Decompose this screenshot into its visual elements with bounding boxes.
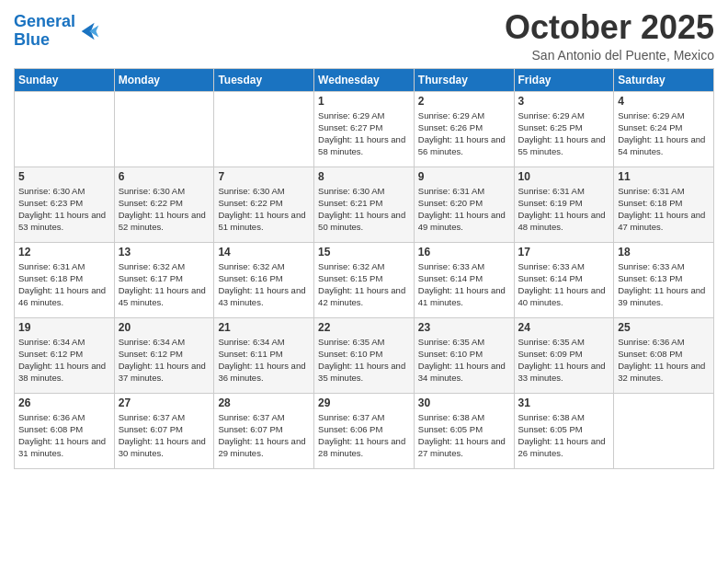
weekday-header-saturday: Saturday bbox=[614, 68, 714, 91]
title-block: October 2025 San Antonio del Puente, Mex… bbox=[505, 9, 714, 63]
calendar-day-3: 3Sunrise: 6:29 AM Sunset: 6:25 PM Daylig… bbox=[514, 91, 614, 167]
calendar-day-27: 27Sunrise: 6:37 AM Sunset: 6:07 PM Dayli… bbox=[114, 393, 214, 468]
day-info: Sunrise: 6:37 AM Sunset: 6:06 PM Dayligh… bbox=[318, 411, 410, 460]
day-number: 26 bbox=[18, 396, 110, 409]
weekday-header-tuesday: Tuesday bbox=[214, 68, 314, 91]
day-info: Sunrise: 6:35 AM Sunset: 6:09 PM Dayligh… bbox=[518, 336, 610, 385]
day-info: Sunrise: 6:35 AM Sunset: 6:10 PM Dayligh… bbox=[418, 336, 510, 385]
day-number: 15 bbox=[318, 246, 410, 259]
calendar-day-22: 22Sunrise: 6:35 AM Sunset: 6:10 PM Dayli… bbox=[314, 317, 415, 393]
page-header: General Blue October 2025 San Antonio de… bbox=[14, 9, 714, 63]
day-number: 8 bbox=[318, 170, 410, 183]
calendar-day-18: 18Sunrise: 6:33 AM Sunset: 6:13 PM Dayli… bbox=[614, 242, 714, 317]
logo-line2: Blue bbox=[14, 30, 50, 49]
day-info: Sunrise: 6:32 AM Sunset: 6:15 PM Dayligh… bbox=[318, 260, 410, 309]
day-info: Sunrise: 6:32 AM Sunset: 6:17 PM Dayligh… bbox=[119, 260, 210, 309]
calendar-week-row: 26Sunrise: 6:36 AM Sunset: 6:08 PM Dayli… bbox=[15, 393, 714, 468]
day-number: 6 bbox=[119, 170, 210, 183]
calendar-header-row: SundayMondayTuesdayWednesdayThursdayFrid… bbox=[15, 68, 714, 91]
day-info: Sunrise: 6:32 AM Sunset: 6:16 PM Dayligh… bbox=[218, 260, 310, 309]
calendar-week-row: 5Sunrise: 6:30 AM Sunset: 6:23 PM Daylig… bbox=[15, 167, 714, 242]
day-number: 19 bbox=[18, 321, 110, 334]
calendar-day-15: 15Sunrise: 6:32 AM Sunset: 6:15 PM Dayli… bbox=[314, 242, 415, 317]
day-info: Sunrise: 6:30 AM Sunset: 6:23 PM Dayligh… bbox=[18, 185, 110, 234]
day-number: 23 bbox=[418, 321, 510, 334]
day-number: 16 bbox=[418, 246, 510, 259]
day-info: Sunrise: 6:33 AM Sunset: 6:14 PM Dayligh… bbox=[518, 260, 610, 309]
calendar-day-23: 23Sunrise: 6:35 AM Sunset: 6:10 PM Dayli… bbox=[414, 317, 514, 393]
calendar-day-1: 1Sunrise: 6:29 AM Sunset: 6:27 PM Daylig… bbox=[314, 91, 415, 167]
day-info: Sunrise: 6:29 AM Sunset: 6:27 PM Dayligh… bbox=[318, 109, 410, 158]
page: General Blue October 2025 San Antonio de… bbox=[0, 0, 728, 563]
calendar-day-26: 26Sunrise: 6:36 AM Sunset: 6:08 PM Dayli… bbox=[15, 393, 115, 468]
day-number: 25 bbox=[618, 321, 710, 334]
calendar-day-7: 7Sunrise: 6:30 AM Sunset: 6:22 PM Daylig… bbox=[214, 167, 314, 242]
calendar-empty-cell bbox=[114, 91, 214, 167]
calendar-day-29: 29Sunrise: 6:37 AM Sunset: 6:06 PM Dayli… bbox=[314, 393, 415, 468]
day-number: 18 bbox=[618, 246, 710, 259]
day-info: Sunrise: 6:36 AM Sunset: 6:08 PM Dayligh… bbox=[18, 411, 110, 460]
day-number: 29 bbox=[318, 396, 410, 409]
calendar-week-row: 1Sunrise: 6:29 AM Sunset: 6:27 PM Daylig… bbox=[15, 91, 714, 167]
day-number: 12 bbox=[18, 246, 110, 259]
calendar-day-5: 5Sunrise: 6:30 AM Sunset: 6:23 PM Daylig… bbox=[15, 167, 115, 242]
calendar-day-19: 19Sunrise: 6:34 AM Sunset: 6:12 PM Dayli… bbox=[15, 317, 115, 393]
day-info: Sunrise: 6:34 AM Sunset: 6:12 PM Dayligh… bbox=[18, 336, 110, 385]
calendar-day-9: 9Sunrise: 6:31 AM Sunset: 6:20 PM Daylig… bbox=[414, 167, 514, 242]
calendar-day-2: 2Sunrise: 6:29 AM Sunset: 6:26 PM Daylig… bbox=[414, 91, 514, 167]
day-info: Sunrise: 6:38 AM Sunset: 6:05 PM Dayligh… bbox=[418, 411, 510, 460]
day-number: 21 bbox=[218, 321, 310, 334]
day-number: 10 bbox=[518, 170, 610, 183]
calendar-day-30: 30Sunrise: 6:38 AM Sunset: 6:05 PM Dayli… bbox=[414, 393, 514, 468]
calendar-day-24: 24Sunrise: 6:35 AM Sunset: 6:09 PM Dayli… bbox=[514, 317, 614, 393]
day-number: 31 bbox=[518, 396, 610, 409]
calendar-day-12: 12Sunrise: 6:31 AM Sunset: 6:18 PM Dayli… bbox=[15, 242, 115, 317]
calendar-day-10: 10Sunrise: 6:31 AM Sunset: 6:19 PM Dayli… bbox=[514, 167, 614, 242]
calendar-table: SundayMondayTuesdayWednesdayThursdayFrid… bbox=[14, 68, 714, 469]
weekday-header-friday: Friday bbox=[514, 68, 614, 91]
day-info: Sunrise: 6:33 AM Sunset: 6:14 PM Dayligh… bbox=[418, 260, 510, 309]
weekday-header-wednesday: Wednesday bbox=[314, 68, 415, 91]
day-number: 11 bbox=[618, 170, 710, 183]
day-info: Sunrise: 6:31 AM Sunset: 6:18 PM Dayligh… bbox=[618, 185, 710, 234]
calendar-day-20: 20Sunrise: 6:34 AM Sunset: 6:12 PM Dayli… bbox=[114, 317, 214, 393]
calendar-empty-cell bbox=[15, 91, 115, 167]
calendar-day-16: 16Sunrise: 6:33 AM Sunset: 6:14 PM Dayli… bbox=[414, 242, 514, 317]
day-info: Sunrise: 6:30 AM Sunset: 6:22 PM Dayligh… bbox=[119, 185, 210, 234]
day-info: Sunrise: 6:37 AM Sunset: 6:07 PM Dayligh… bbox=[119, 411, 210, 460]
day-number: 28 bbox=[218, 396, 310, 409]
calendar-day-4: 4Sunrise: 6:29 AM Sunset: 6:24 PM Daylig… bbox=[614, 91, 714, 167]
day-number: 9 bbox=[418, 170, 510, 183]
calendar-day-8: 8Sunrise: 6:30 AM Sunset: 6:21 PM Daylig… bbox=[314, 167, 415, 242]
month-title: October 2025 bbox=[505, 9, 714, 46]
calendar-week-row: 12Sunrise: 6:31 AM Sunset: 6:18 PM Dayli… bbox=[15, 242, 714, 317]
calendar-day-31: 31Sunrise: 6:38 AM Sunset: 6:05 PM Dayli… bbox=[514, 393, 614, 468]
logo-text: General Blue bbox=[14, 13, 75, 50]
day-number: 4 bbox=[618, 95, 710, 108]
weekday-header-sunday: Sunday bbox=[15, 68, 115, 91]
day-number: 13 bbox=[119, 246, 210, 259]
weekday-header-thursday: Thursday bbox=[414, 68, 514, 91]
day-info: Sunrise: 6:36 AM Sunset: 6:08 PM Dayligh… bbox=[618, 336, 710, 385]
calendar-day-25: 25Sunrise: 6:36 AM Sunset: 6:08 PM Dayli… bbox=[614, 317, 714, 393]
weekday-header-monday: Monday bbox=[114, 68, 214, 91]
day-info: Sunrise: 6:34 AM Sunset: 6:12 PM Dayligh… bbox=[119, 336, 210, 385]
calendar-day-28: 28Sunrise: 6:37 AM Sunset: 6:07 PM Dayli… bbox=[214, 393, 314, 468]
day-number: 17 bbox=[518, 246, 610, 259]
day-number: 2 bbox=[418, 95, 510, 108]
calendar-day-13: 13Sunrise: 6:32 AM Sunset: 6:17 PM Dayli… bbox=[114, 242, 214, 317]
day-info: Sunrise: 6:33 AM Sunset: 6:13 PM Dayligh… bbox=[618, 260, 710, 309]
day-number: 7 bbox=[218, 170, 310, 183]
day-info: Sunrise: 6:34 AM Sunset: 6:11 PM Dayligh… bbox=[218, 336, 310, 385]
day-number: 22 bbox=[318, 321, 410, 334]
day-info: Sunrise: 6:35 AM Sunset: 6:10 PM Dayligh… bbox=[318, 336, 410, 385]
logo: General Blue bbox=[14, 13, 103, 50]
day-info: Sunrise: 6:38 AM Sunset: 6:05 PM Dayligh… bbox=[518, 411, 610, 460]
day-info: Sunrise: 6:29 AM Sunset: 6:26 PM Dayligh… bbox=[418, 109, 510, 158]
day-info: Sunrise: 6:30 AM Sunset: 6:21 PM Dayligh… bbox=[318, 185, 410, 234]
logo-icon bbox=[77, 18, 103, 44]
calendar-empty-cell bbox=[614, 393, 714, 468]
calendar-day-14: 14Sunrise: 6:32 AM Sunset: 6:16 PM Dayli… bbox=[214, 242, 314, 317]
calendar-week-row: 19Sunrise: 6:34 AM Sunset: 6:12 PM Dayli… bbox=[15, 317, 714, 393]
calendar-day-17: 17Sunrise: 6:33 AM Sunset: 6:14 PM Dayli… bbox=[514, 242, 614, 317]
